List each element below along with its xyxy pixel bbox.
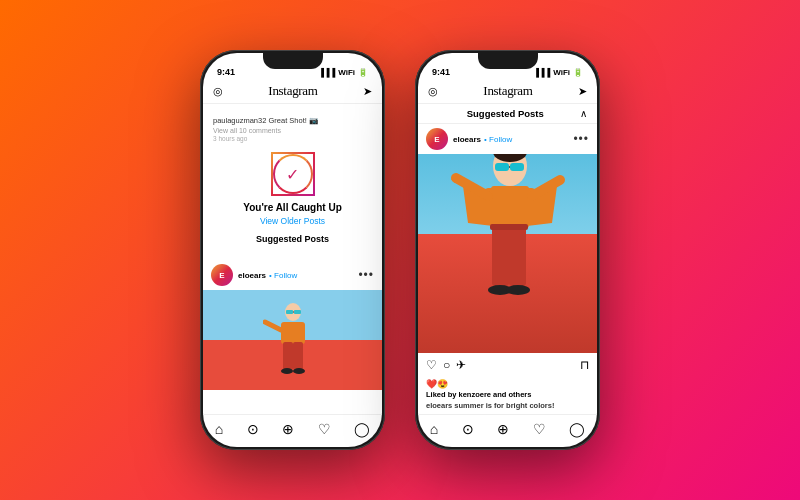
svg-rect-12 [495, 163, 509, 171]
profile-icon-right[interactable]: ◯ [569, 421, 585, 437]
svg-rect-3 [283, 342, 293, 370]
ig-header-left: ◎ Instagram ➤ [203, 79, 382, 104]
add-icon-left[interactable]: ⊕ [282, 421, 294, 437]
add-icon-right[interactable]: ⊕ [497, 421, 509, 437]
caption-username[interactable]: eloears [426, 401, 452, 410]
wifi-right: WiFi [553, 68, 570, 77]
camera-icon-right[interactable]: ◎ [428, 85, 438, 98]
post-username-left[interactable]: eloears [238, 271, 266, 280]
follow-btn-left[interactable]: • Follow [269, 271, 297, 280]
svg-point-22 [506, 285, 530, 295]
post-header-right: E eloears • Follow ••• [418, 124, 597, 154]
search-icon-left[interactable]: ⊙ [247, 421, 259, 437]
phone-right: 9:41 ▐▐▐ WiFi 🔋 ◎ Instagram ➤ Suggested … [415, 50, 600, 450]
svg-point-5 [281, 368, 293, 374]
svg-rect-8 [294, 310, 301, 314]
bottom-nav-left: ⌂ ⊙ ⊕ ♡ ◯ [203, 414, 382, 447]
chevron-up-icon[interactable]: ∧ [580, 108, 587, 119]
post-meta-right: ❤️😍 Liked by kenzoere and others eloears… [418, 377, 597, 414]
caught-up-circle: ✓ [271, 152, 315, 196]
search-icon-right[interactable]: ⊙ [462, 421, 474, 437]
svg-rect-19 [509, 226, 526, 286]
avatar-right: E [426, 128, 448, 150]
dots-right[interactable]: ••• [573, 133, 589, 145]
ig-header-right: ◎ Instagram ➤ [418, 79, 597, 104]
svg-rect-1 [281, 322, 305, 344]
wifi-left: WiFi [338, 68, 355, 77]
svg-rect-4 [293, 342, 303, 370]
view-older-link[interactable]: View Older Posts [260, 216, 325, 226]
svg-rect-20 [490, 224, 528, 230]
liked-by-text[interactable]: Liked by kenzoere and others [426, 390, 589, 399]
send-icon-left[interactable]: ➤ [363, 85, 372, 98]
comment-text: paulaguzman32 Great Shot! 📷 [213, 116, 318, 125]
profile-icon-left[interactable]: ◯ [354, 421, 370, 437]
dots-left[interactable]: ••• [358, 269, 374, 281]
suggested-posts-label-left: Suggested Posts [256, 234, 329, 244]
notch-left [263, 53, 323, 69]
battery-left: 🔋 [358, 68, 368, 77]
avatar-left: E [211, 264, 233, 286]
svg-rect-15 [491, 186, 529, 228]
notch-right [478, 53, 538, 69]
caption-right: eloears summer is for bright colors! [426, 401, 589, 410]
home-icon-right[interactable]: ⌂ [430, 421, 438, 437]
time-left: 9:41 [217, 67, 235, 77]
post-header-left: E eloears • Follow ••• [203, 260, 382, 290]
status-icons-right: ▐▐▐ WiFi 🔋 [533, 68, 583, 77]
svg-line-2 [265, 322, 281, 330]
share-icon-right[interactable]: ✈ [456, 358, 466, 372]
time-ago: 3 hours ago [213, 135, 247, 142]
signal-left: ▐▐▐ [318, 68, 335, 77]
svg-rect-13 [510, 163, 524, 171]
post-username-right[interactable]: eloears [453, 135, 481, 144]
signal-right: ▐▐▐ [533, 68, 550, 77]
caught-up-section: paulaguzman32 Great Shot! 📷 View all 10 … [203, 104, 382, 260]
post-image-left [203, 290, 382, 390]
reaction-emoji: ❤️😍 [426, 379, 589, 389]
heart-icon-right[interactable]: ♡ [533, 421, 546, 437]
comment-icon-right[interactable]: ○ [443, 358, 450, 372]
checkmark-icon: ✓ [286, 165, 299, 184]
suggested-posts-title-right: Suggested Posts [467, 108, 544, 119]
fashion-figure-right [448, 154, 568, 353]
svg-point-6 [293, 368, 305, 374]
battery-right: 🔋 [573, 68, 583, 77]
image-placeholder-left [203, 290, 382, 390]
send-icon-right[interactable]: ➤ [578, 85, 587, 98]
phone-left: 9:41 ▐▐▐ WiFi 🔋 ◎ Instagram ➤ paulaguzma… [200, 50, 385, 450]
svg-rect-7 [286, 310, 293, 314]
time-right: 9:41 [432, 67, 450, 77]
caption-text: summer is for bright colors! [452, 401, 554, 410]
suggested-spacer [428, 109, 431, 119]
status-icons-left: ▐▐▐ WiFi 🔋 [318, 68, 368, 77]
follow-btn-right[interactable]: • Follow [484, 135, 512, 144]
heart-icon-left[interactable]: ♡ [318, 421, 331, 437]
home-icon-left[interactable]: ⌂ [215, 421, 223, 437]
view-comments[interactable]: View all 10 comments [213, 127, 281, 134]
svg-rect-18 [492, 226, 509, 286]
action-bar-right: ♡ ○ ✈ ⊓ [418, 353, 597, 377]
post-image-right [418, 154, 597, 353]
fashion-figure-left [263, 300, 323, 390]
bottom-nav-right: ⌂ ⊙ ⊕ ♡ ◯ [418, 414, 597, 447]
like-icon-right[interactable]: ♡ [426, 358, 437, 372]
feed-left: paulaguzman32 Great Shot! 📷 View all 10 … [203, 104, 382, 414]
logo-left: Instagram [268, 83, 317, 99]
bookmark-icon-right[interactable]: ⊓ [580, 358, 589, 372]
camera-icon-left[interactable]: ◎ [213, 85, 223, 98]
caught-up-title: You're All Caught Up [243, 202, 342, 213]
post-image-bg-right [418, 154, 597, 353]
logo-right: Instagram [483, 83, 532, 99]
suggested-header-right: Suggested Posts ∧ [418, 104, 597, 124]
